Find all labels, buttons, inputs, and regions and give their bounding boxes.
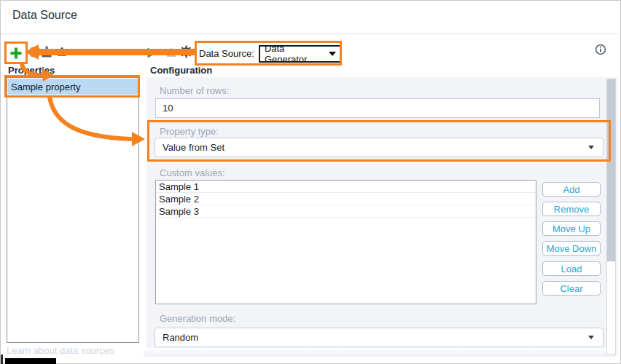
- copy-property-button[interactable]: [30, 47, 40, 58]
- scrollbar-thumb[interactable]: [607, 79, 615, 261]
- info-button[interactable]: [595, 44, 606, 58]
- copy-icon: [30, 47, 40, 58]
- property-type-dropdown[interactable]: Value from Set: [155, 138, 604, 157]
- export-properties-button[interactable]: [55, 45, 69, 59]
- panel-bottom-edge: [143, 348, 617, 357]
- title-separator: [1, 33, 621, 34]
- import-icon: [40, 45, 53, 59]
- config-scrollbar[interactable]: [606, 79, 616, 355]
- move-up-button[interactable]: Move Up: [542, 221, 601, 236]
- number-of-rows-input[interactable]: 10: [155, 98, 600, 118]
- generation-mode-dropdown[interactable]: Random: [155, 328, 604, 347]
- page-title: Data Source: [12, 9, 77, 22]
- remove-button[interactable]: Remove: [542, 202, 601, 216]
- move-down-button[interactable]: Move Down: [542, 241, 601, 256]
- property-type-value: Value from Set: [163, 142, 588, 153]
- list-item-sample-property[interactable]: Sample property: [8, 79, 138, 95]
- gear-icon: [179, 44, 193, 59]
- generation-mode-value: Random: [163, 332, 588, 343]
- toolbar-more-label: ...: [69, 43, 79, 54]
- list-item[interactable]: Sample 2: [156, 193, 536, 205]
- plus-icon: [9, 46, 23, 60]
- chevron-down-icon: [588, 336, 594, 339]
- load-button[interactable]: Load: [542, 261, 601, 276]
- data-source-value: Data Generator: [265, 43, 329, 65]
- up-arrow-grey-icon: [165, 46, 178, 60]
- add-property-button[interactable]: [7, 44, 25, 62]
- add-button[interactable]: Add: [542, 182, 601, 197]
- data-source-label: Data Source:: [199, 48, 254, 59]
- property-type-label: Property type:: [160, 126, 219, 137]
- promote-button[interactable]: [165, 46, 178, 60]
- custom-values-label: Custom values:: [160, 167, 225, 178]
- properties-header: Properties: [8, 65, 55, 76]
- up-arrow-dark-icon: [55, 45, 69, 59]
- settings-button[interactable]: [179, 44, 193, 59]
- chevron-down-icon: [329, 52, 336, 56]
- bottom-black-bar: [5, 358, 56, 364]
- import-properties-button[interactable]: [40, 45, 53, 59]
- properties-list[interactable]: Sample property: [7, 77, 139, 343]
- number-of-rows-label: Number of rows:: [160, 85, 229, 96]
- data-source-window: Data Source ...: [0, 0, 621, 364]
- clear-button[interactable]: Clear: [542, 281, 601, 296]
- run-button[interactable]: [146, 46, 158, 59]
- learn-about-link[interactable]: Learn about data sources: [7, 345, 114, 356]
- list-item[interactable]: Sample 3: [156, 205, 536, 218]
- play-icon: [147, 47, 158, 59]
- window-edge-fragment: [1, 355, 3, 364]
- data-source-dropdown[interactable]: Data Generator: [259, 45, 342, 63]
- data-source-selector: Data Source: Data Generator: [199, 44, 342, 63]
- list-item[interactable]: Sample 1: [156, 181, 536, 193]
- chevron-down-icon: [588, 146, 594, 149]
- info-icon: [595, 44, 606, 55]
- custom-values-list[interactable]: Sample 1 Sample 2 Sample 3: [155, 180, 536, 304]
- configuration-header: Configuration: [150, 65, 212, 76]
- generation-mode-label: Generation mode:: [160, 313, 235, 324]
